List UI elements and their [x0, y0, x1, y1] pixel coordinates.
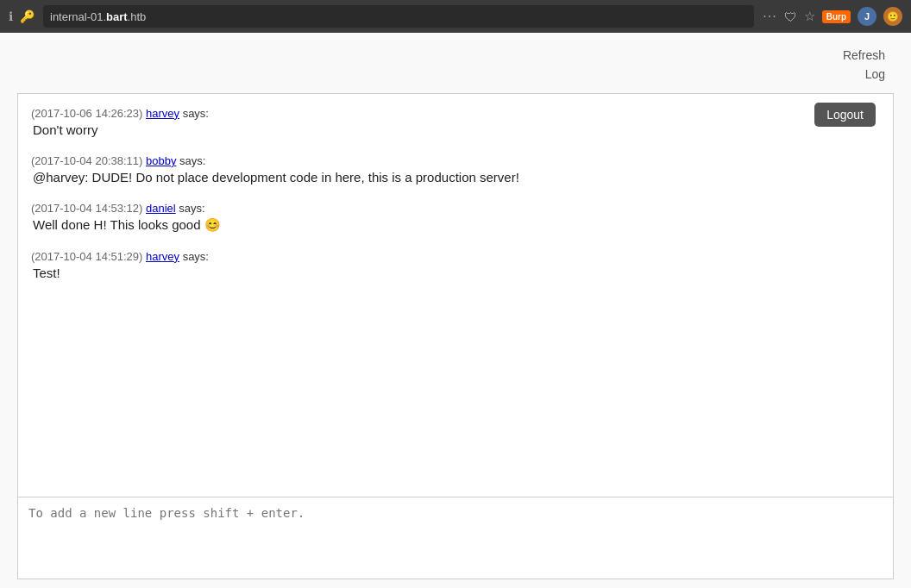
- browser-right-icons: ··· 🛡 ☆ Burp J 🙂: [763, 7, 902, 26]
- message-header: (2017-10-04 20:38:11) bobby says:: [31, 154, 880, 167]
- shield-icon[interactable]: 🛡: [784, 9, 797, 24]
- refresh-log-links: Refresh Log: [843, 46, 885, 84]
- url-suffix: .htb: [128, 10, 147, 23]
- message-text: Test!: [31, 266, 880, 280]
- refresh-link[interactable]: Refresh: [843, 46, 885, 65]
- message-timestamp: (2017-10-04 14:53:12): [31, 202, 142, 215]
- message-text: Don't worry: [31, 122, 880, 137]
- message-timestamp: (2017-10-06 14:26:23): [31, 107, 142, 120]
- burp-badge[interactable]: Burp: [822, 10, 851, 23]
- key-icon[interactable]: 🔑: [20, 9, 35, 23]
- message-says: says:: [179, 250, 209, 263]
- message-timestamp: (2017-10-04 20:38:11): [31, 154, 142, 167]
- message-input[interactable]: [18, 497, 893, 575]
- logout-button[interactable]: Logout: [814, 103, 876, 127]
- chat-area: Logout (2017-10-06 14:26:23) harvey says…: [17, 93, 894, 579]
- message-timestamp: (2017-10-04 14:51:29): [31, 250, 142, 263]
- message-header: (2017-10-04 14:51:29) harvey says:: [31, 250, 880, 263]
- url-prefix: internal-01.: [50, 10, 106, 23]
- input-area: [18, 497, 893, 579]
- log-link[interactable]: Log: [843, 65, 885, 84]
- message-username[interactable]: harvey: [146, 107, 179, 120]
- browser-left-icons: ℹ 🔑: [9, 9, 35, 23]
- url-domain: bart: [106, 10, 128, 23]
- message-says: says:: [176, 154, 205, 167]
- message-header: (2017-10-04 14:53:12) daniel says:: [31, 202, 880, 215]
- message-block: (2017-10-06 14:26:23) harvey says: Don't…: [31, 107, 880, 137]
- message-block: (2017-10-04 14:53:12) daniel says: Well …: [31, 202, 880, 233]
- message-text: @harvey: DUDE! Do not place development …: [31, 170, 880, 185]
- message-block: (2017-10-04 14:51:29) harvey says: Test!: [31, 250, 880, 280]
- message-says: says:: [176, 202, 205, 215]
- message-says: says:: [179, 107, 209, 120]
- menu-dots-icon[interactable]: ···: [763, 9, 776, 24]
- top-actions: Refresh Log: [17, 41, 894, 89]
- bookmark-icon[interactable]: ☆: [804, 9, 815, 24]
- page-content: Refresh Log Logout (2017-10-06 14:26:23)…: [0, 33, 911, 588]
- avatar-j[interactable]: J: [858, 7, 876, 26]
- message-block: (2017-10-04 20:38:11) bobby says: @harve…: [31, 154, 880, 185]
- messages-container[interactable]: Logout (2017-10-06 14:26:23) harvey says…: [18, 94, 893, 497]
- message-username[interactable]: bobby: [146, 154, 176, 167]
- info-icon[interactable]: ℹ: [9, 9, 13, 23]
- browser-chrome: ℹ 🔑 internal-01.bart.htb ··· 🛡 ☆ Burp J …: [0, 0, 911, 33]
- address-bar[interactable]: internal-01.bart.htb: [43, 5, 754, 28]
- message-username[interactable]: harvey: [146, 250, 179, 263]
- message-text: Well done H! This looks good 😊: [31, 217, 880, 233]
- message-username[interactable]: daniel: [146, 202, 176, 215]
- message-header: (2017-10-06 14:26:23) harvey says:: [31, 107, 880, 120]
- avatar-user[interactable]: 🙂: [883, 7, 902, 26]
